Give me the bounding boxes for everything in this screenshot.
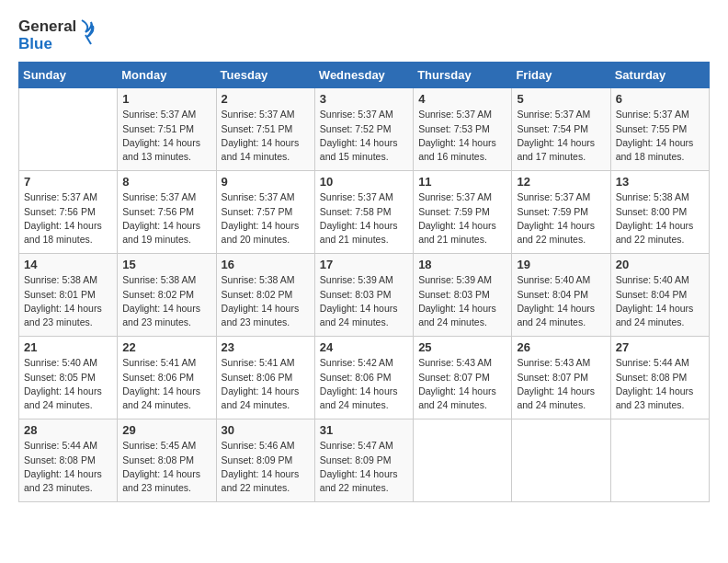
day-number: 28 xyxy=(24,423,112,437)
day-number: 4 xyxy=(418,92,506,106)
calendar-cell: 30Sunrise: 5:46 AMSunset: 8:09 PMDayligh… xyxy=(216,419,314,502)
calendar-cell: 27Sunrise: 5:44 AMSunset: 8:08 PMDayligh… xyxy=(610,337,709,419)
logo-text-general: General xyxy=(18,18,76,36)
day-info: Sunrise: 5:40 AMSunset: 8:05 PMDaylight:… xyxy=(24,356,112,412)
day-info: Sunrise: 5:37 AMSunset: 7:52 PMDaylight:… xyxy=(320,108,408,164)
day-info: Sunrise: 5:37 AMSunset: 7:58 PMDaylight:… xyxy=(320,190,408,247)
week-row-5: 28Sunrise: 5:44 AMSunset: 8:08 PMDayligh… xyxy=(19,419,710,502)
calendar-cell: 5Sunrise: 5:37 AMSunset: 7:54 PMDaylight… xyxy=(512,88,610,171)
day-number: 9 xyxy=(222,175,310,189)
day-number: 30 xyxy=(222,423,310,437)
days-header-row: SundayMondayTuesdayWednesdayThursdayFrid… xyxy=(19,63,710,88)
day-header-saturday: Saturday xyxy=(610,63,709,88)
calendar-cell: 9Sunrise: 5:37 AMSunset: 7:57 PMDaylight… xyxy=(216,171,314,254)
logo-text-blue: Blue xyxy=(18,36,76,53)
calendar-cell: 19Sunrise: 5:40 AMSunset: 8:04 PMDayligh… xyxy=(512,254,610,337)
day-number: 25 xyxy=(418,340,506,354)
day-number: 13 xyxy=(616,175,704,189)
day-info: Sunrise: 5:46 AMSunset: 8:09 PMDaylight:… xyxy=(222,439,310,495)
day-number: 18 xyxy=(418,258,506,271)
day-number: 16 xyxy=(222,258,310,271)
day-info: Sunrise: 5:39 AMSunset: 8:03 PMDaylight:… xyxy=(418,273,506,329)
day-number: 24 xyxy=(320,340,408,354)
day-number: 21 xyxy=(24,340,112,354)
calendar-cell: 23Sunrise: 5:41 AMSunset: 8:06 PMDayligh… xyxy=(216,337,314,419)
day-number: 12 xyxy=(517,175,605,189)
calendar-cell: 2Sunrise: 5:37 AMSunset: 7:51 PMDaylight… xyxy=(216,88,314,171)
calendar-cell: 4Sunrise: 5:37 AMSunset: 7:53 PMDaylight… xyxy=(414,88,512,171)
day-header-wednesday: Wednesday xyxy=(314,63,413,88)
day-header-monday: Monday xyxy=(118,63,216,88)
day-info: Sunrise: 5:37 AMSunset: 7:57 PMDaylight:… xyxy=(222,190,310,247)
day-info: Sunrise: 5:43 AMSunset: 8:07 PMDaylight:… xyxy=(418,356,506,412)
day-number: 31 xyxy=(320,423,408,437)
calendar-cell: 15Sunrise: 5:38 AMSunset: 8:02 PMDayligh… xyxy=(118,254,216,337)
calendar-cell: 13Sunrise: 5:38 AMSunset: 8:00 PMDayligh… xyxy=(610,171,709,254)
calendar-cell: 21Sunrise: 5:40 AMSunset: 8:05 PMDayligh… xyxy=(19,337,118,419)
day-info: Sunrise: 5:42 AMSunset: 8:06 PMDaylight:… xyxy=(320,356,408,412)
day-info: Sunrise: 5:38 AMSunset: 8:02 PMDaylight:… xyxy=(222,273,310,329)
page-header: General Blue xyxy=(18,18,710,52)
day-number: 10 xyxy=(320,175,408,189)
day-info: Sunrise: 5:37 AMSunset: 7:51 PMDaylight:… xyxy=(222,108,310,164)
calendar-cell: 17Sunrise: 5:39 AMSunset: 8:03 PMDayligh… xyxy=(314,254,413,337)
day-info: Sunrise: 5:37 AMSunset: 7:59 PMDaylight:… xyxy=(517,190,605,247)
day-info: Sunrise: 5:44 AMSunset: 8:08 PMDaylight:… xyxy=(24,439,112,495)
calendar-cell: 11Sunrise: 5:37 AMSunset: 7:59 PMDayligh… xyxy=(414,171,512,254)
day-number: 23 xyxy=(222,340,310,354)
calendar-cell: 28Sunrise: 5:44 AMSunset: 8:08 PMDayligh… xyxy=(19,419,118,502)
day-info: Sunrise: 5:41 AMSunset: 8:06 PMDaylight:… xyxy=(222,356,310,412)
day-info: Sunrise: 5:38 AMSunset: 8:02 PMDaylight:… xyxy=(122,273,210,329)
day-info: Sunrise: 5:43 AMSunset: 8:07 PMDaylight:… xyxy=(517,356,605,412)
calendar-cell xyxy=(414,419,512,502)
calendar-cell: 25Sunrise: 5:43 AMSunset: 8:07 PMDayligh… xyxy=(414,337,512,419)
calendar-cell: 14Sunrise: 5:38 AMSunset: 8:01 PMDayligh… xyxy=(19,254,118,337)
day-info: Sunrise: 5:39 AMSunset: 8:03 PMDaylight:… xyxy=(320,273,408,329)
day-number: 14 xyxy=(24,258,112,271)
calendar-cell: 6Sunrise: 5:37 AMSunset: 7:55 PMDaylight… xyxy=(610,88,709,171)
day-info: Sunrise: 5:37 AMSunset: 7:55 PMDaylight:… xyxy=(616,108,704,164)
day-info: Sunrise: 5:37 AMSunset: 7:59 PMDaylight:… xyxy=(418,190,506,247)
day-info: Sunrise: 5:37 AMSunset: 7:54 PMDaylight:… xyxy=(517,108,605,164)
day-header-friday: Friday xyxy=(512,63,610,88)
day-info: Sunrise: 5:40 AMSunset: 8:04 PMDaylight:… xyxy=(517,273,605,329)
week-row-2: 7Sunrise: 5:37 AMSunset: 7:56 PMDaylight… xyxy=(19,171,710,254)
day-number: 22 xyxy=(122,340,210,354)
calendar-cell: 31Sunrise: 5:47 AMSunset: 8:09 PMDayligh… xyxy=(314,419,413,502)
day-number: 8 xyxy=(122,175,210,189)
day-number: 27 xyxy=(616,340,704,354)
calendar-cell: 26Sunrise: 5:43 AMSunset: 8:07 PMDayligh… xyxy=(512,337,610,419)
day-number: 5 xyxy=(517,92,605,106)
logo: General Blue xyxy=(18,18,95,52)
day-info: Sunrise: 5:37 AMSunset: 7:56 PMDaylight:… xyxy=(122,190,210,247)
week-row-4: 21Sunrise: 5:40 AMSunset: 8:05 PMDayligh… xyxy=(19,337,710,419)
day-number: 20 xyxy=(616,258,704,271)
calendar-cell: 20Sunrise: 5:40 AMSunset: 8:04 PMDayligh… xyxy=(610,254,709,337)
day-number: 7 xyxy=(24,175,112,189)
calendar-cell: 1Sunrise: 5:37 AMSunset: 7:51 PMDaylight… xyxy=(118,88,216,171)
logo-wave-icon xyxy=(78,18,95,46)
day-number: 29 xyxy=(122,423,210,437)
day-info: Sunrise: 5:37 AMSunset: 7:51 PMDaylight:… xyxy=(122,108,210,164)
day-info: Sunrise: 5:47 AMSunset: 8:09 PMDaylight:… xyxy=(320,439,408,495)
calendar-cell xyxy=(610,419,709,502)
week-row-3: 14Sunrise: 5:38 AMSunset: 8:01 PMDayligh… xyxy=(19,254,710,337)
calendar-cell: 22Sunrise: 5:41 AMSunset: 8:06 PMDayligh… xyxy=(118,337,216,419)
logo-graphic: General Blue xyxy=(18,18,95,52)
calendar-cell: 7Sunrise: 5:37 AMSunset: 7:56 PMDaylight… xyxy=(19,171,118,254)
calendar-table: SundayMondayTuesdayWednesdayThursdayFrid… xyxy=(18,62,710,502)
calendar-cell: 3Sunrise: 5:37 AMSunset: 7:52 PMDaylight… xyxy=(314,88,413,171)
day-number: 15 xyxy=(122,258,210,271)
day-header-thursday: Thursday xyxy=(414,63,512,88)
day-header-tuesday: Tuesday xyxy=(216,63,314,88)
calendar-cell xyxy=(19,88,118,171)
day-number: 19 xyxy=(517,258,605,271)
calendar-cell: 10Sunrise: 5:37 AMSunset: 7:58 PMDayligh… xyxy=(314,171,413,254)
calendar-cell: 18Sunrise: 5:39 AMSunset: 8:03 PMDayligh… xyxy=(414,254,512,337)
day-info: Sunrise: 5:40 AMSunset: 8:04 PMDaylight:… xyxy=(616,273,704,329)
calendar-cell: 8Sunrise: 5:37 AMSunset: 7:56 PMDaylight… xyxy=(118,171,216,254)
day-info: Sunrise: 5:38 AMSunset: 8:00 PMDaylight:… xyxy=(616,190,704,247)
day-number: 26 xyxy=(517,340,605,354)
calendar-cell xyxy=(512,419,610,502)
calendar-cell: 16Sunrise: 5:38 AMSunset: 8:02 PMDayligh… xyxy=(216,254,314,337)
